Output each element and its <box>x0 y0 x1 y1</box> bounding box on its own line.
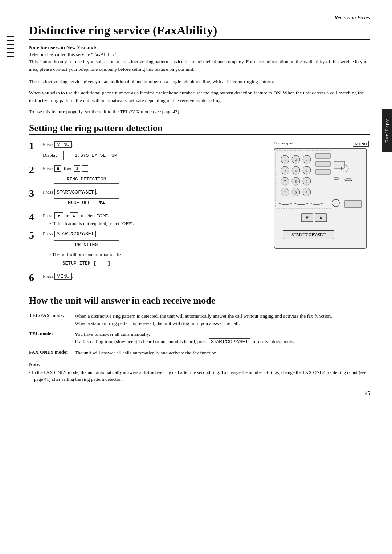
answer-heading: How the unit will answer in each receive… <box>29 295 370 307</box>
step-3: 3 Press START/COPY/SET. MODE=OFF ▼▲ <box>29 188 265 208</box>
device-svg: 1 2 3 4 5 6 7 8 9 <box>272 147 368 252</box>
svg-rect-31 <box>334 178 338 180</box>
telfax-label: TEL/FAX mode: <box>29 313 69 318</box>
page-number: 45 <box>29 390 370 396</box>
step-6-number: 6 <box>29 273 40 283</box>
faxonly-label: FAX ONLY mode: <box>29 349 69 355</box>
main-title: Distinctive ring service (FaxAbility) <box>29 24 370 40</box>
svg-text:2: 2 <box>295 158 297 162</box>
svg-text:3: 3 <box>306 158 308 162</box>
svg-rect-32 <box>345 179 352 181</box>
svg-text:1: 1 <box>284 158 286 162</box>
svg-text:START/COPY/SET: START/COPY/SET <box>291 232 326 237</box>
note-title: Note for users in New Zealand: <box>29 45 370 51</box>
step-6-text: Press MENU. <box>43 273 265 280</box>
bottom-note-title: Note: <box>29 362 370 367</box>
svg-rect-34 <box>345 200 361 208</box>
step-2-text: Press ■, then 3 1. <box>43 165 265 172</box>
step-1-text: Press MENU. <box>43 141 265 148</box>
svg-text:7: 7 <box>284 180 286 183</box>
svg-text:0: 0 <box>295 191 297 194</box>
tel-label: TEL mode: <box>29 331 69 337</box>
hash-key: ■ <box>54 165 61 172</box>
dial-keypad-label: Dial keypad <box>274 141 293 147</box>
menu-key-6: MENU <box>54 273 72 280</box>
step-6-content: Press MENU. <box>43 273 265 281</box>
key-3: 3 <box>74 165 81 172</box>
answer-section: How the unit will answer in each receive… <box>29 295 370 383</box>
svg-text:9: 9 <box>306 180 308 183</box>
svg-text:▲: ▲ <box>319 215 323 220</box>
step-1-display-label: Display: <box>43 152 59 158</box>
svg-rect-28 <box>316 169 330 174</box>
svg-rect-27 <box>316 161 330 166</box>
note-line1: Telecom has called this service "FaxAbil… <box>29 51 370 58</box>
note-line2: This feature is only for use if you subs… <box>29 58 370 73</box>
svg-rect-29 <box>334 161 345 168</box>
step-4-content: Press ▼ or ▲ to select "ON". If this fea… <box>43 212 265 227</box>
step-5-number: 5 <box>29 230 40 240</box>
step-5-sub-display: SETUP ITEM [ ] <box>54 259 119 268</box>
up-key: ▲ <box>70 212 78 219</box>
step-4-number: 4 <box>29 212 40 222</box>
bottom-note: Note: In the FAX ONLY mode, the unit aut… <box>29 362 370 383</box>
svg-text:6: 6 <box>306 169 308 172</box>
step-2-number: 2 <box>29 165 40 175</box>
svg-text:▼: ▼ <box>305 215 310 220</box>
step-2-display: RING DETECTION <box>54 175 119 184</box>
section1-heading: Setting the ring pattern detection <box>29 123 370 135</box>
step-6: 6 Press MENU. <box>29 273 265 283</box>
step-1-content: Press MENU. Display: 1.SYSTEM SET UP <box>43 141 265 161</box>
step-5-display: PRINTING <box>54 240 119 249</box>
step-1-display: 1.SYSTEM SET UP <box>63 151 128 160</box>
step-2-content: Press ■, then 3 1. RING DETECTION <box>43 165 265 185</box>
menu-label: MENU <box>353 141 369 147</box>
body-para-3: To use this feature properly, set the un… <box>29 108 370 116</box>
mode-row-tel: TEL mode: You have to answer all calls m… <box>29 331 370 346</box>
key-1: 1 <box>82 165 89 172</box>
telfax-desc: When a distinctive ring pattern is detec… <box>75 313 370 327</box>
svg-text:#: # <box>306 191 308 194</box>
step-5-bullet: The unit will print an information list. <box>49 252 265 257</box>
device-top-labels: Dial keypad MENU <box>272 141 370 147</box>
mode-row-telfax: TEL/FAX mode: When a distinctive ring pa… <box>29 313 370 327</box>
start-copy-set-key-5: START/COPY/SET <box>54 231 96 237</box>
bottom-note-bullet: In the FAX ONLY mode, the unit automatic… <box>29 369 370 383</box>
mode-row-faxonly: FAX ONLY mode: The unit will answer all … <box>29 349 370 357</box>
step-4: 4 Press ▼ or ▲ to select "ON". If this f… <box>29 212 265 227</box>
device-diagram: Dial keypad MENU 1 2 3 4 5 <box>272 141 370 253</box>
svg-text:8: 8 <box>295 180 297 183</box>
steps-left: 1 Press MENU. Display: 1.SYSTEM SET UP 2 <box>29 141 265 286</box>
step-3-content: Press START/COPY/SET. MODE=OFF ▼▲ <box>43 188 265 208</box>
svg-text:4: 4 <box>284 169 286 172</box>
svg-text:5: 5 <box>295 169 297 172</box>
step-3-display: MODE=OFF ▼▲ <box>54 198 119 207</box>
step-5: 5 Press START/COPY/SET. PRINTING The uni… <box>29 230 265 269</box>
step-3-text: Press START/COPY/SET. <box>43 188 265 196</box>
body-para-2: When you wish to use the additional phon… <box>29 89 370 105</box>
faxonly-desc: The unit will answer all calls automatic… <box>75 349 370 357</box>
tel-desc: You have to answer all calls manually. I… <box>75 331 370 346</box>
svg-rect-26 <box>316 153 330 158</box>
note-for-users: Note for users in New Zealand: Telecom h… <box>29 45 370 73</box>
step-3-number: 3 <box>29 188 40 199</box>
step-1: 1 Press MENU. Display: 1.SYSTEM SET UP <box>29 141 265 161</box>
start-copy-set-key-3: START/COPY/SET <box>54 189 96 195</box>
svg-text:*: * <box>284 191 286 194</box>
steps-area: 1 Press MENU. Display: 1.SYSTEM SET UP 2 <box>29 141 370 286</box>
step-2: 2 Press ■, then 3 1. RING DETECTION <box>29 165 265 185</box>
menu-key: MENU <box>54 141 72 148</box>
step-5-text: Press START/COPY/SET. <box>43 230 265 237</box>
step-4-text: Press ▼ or ▲ to select "ON". <box>43 212 265 219</box>
step-5-content: Press START/COPY/SET. PRINTING The unit … <box>43 230 265 269</box>
main-title-text: Distinctive ring service (FaxAbility) <box>29 24 370 37</box>
step-1-number: 1 <box>29 141 40 151</box>
step-4-bullet: If this feature is not required, select … <box>49 221 265 227</box>
section-header: Receiving Faxes <box>29 15 370 21</box>
body-para-1: The distinctive ring service gives you a… <box>29 78 370 86</box>
start-copy-set-inline: START/COPY/SET <box>209 338 250 345</box>
down-key: ▼ <box>54 212 63 219</box>
